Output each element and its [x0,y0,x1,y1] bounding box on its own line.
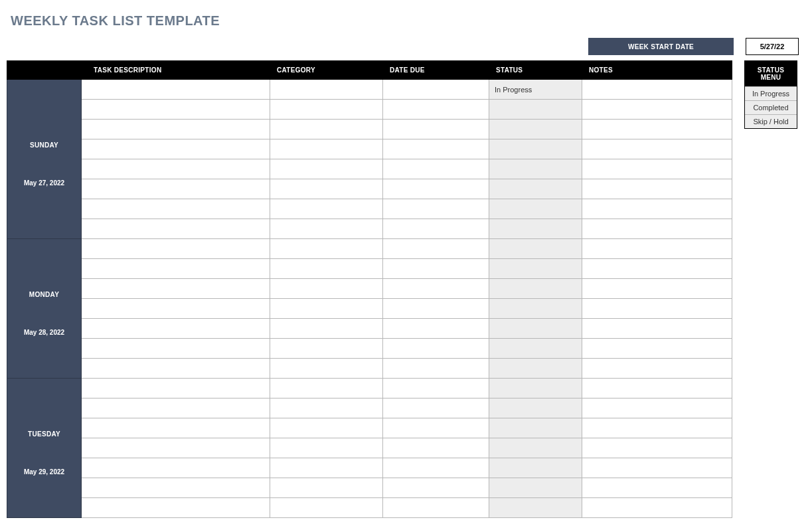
category-cell[interactable] [270,100,383,120]
date-due-cell[interactable] [383,498,489,518]
date-due-cell[interactable] [383,120,489,139]
category-cell[interactable] [270,159,383,179]
status-cell[interactable] [489,159,582,179]
task-cell[interactable] [82,398,270,418]
date-due-cell[interactable] [383,139,489,159]
status-cell[interactable] [489,418,582,438]
date-due-cell[interactable] [383,319,489,339]
notes-cell[interactable] [582,398,732,418]
notes-cell[interactable] [582,80,732,100]
status-cell[interactable] [489,458,582,478]
date-due-cell[interactable] [383,339,489,359]
category-cell[interactable] [270,299,383,319]
notes-cell[interactable] [582,359,732,379]
category-cell[interactable] [270,418,383,438]
status-cell[interactable] [489,478,582,498]
task-cell[interactable] [82,199,270,219]
task-cell[interactable] [82,379,270,398]
status-menu-item[interactable]: In Progress [745,86,797,100]
task-cell[interactable] [82,279,270,299]
task-cell[interactable] [82,319,270,339]
notes-cell[interactable] [582,120,732,139]
notes-cell[interactable] [582,299,732,319]
status-cell[interactable] [489,219,582,239]
category-cell[interactable] [270,219,383,239]
task-cell[interactable] [82,100,270,120]
date-due-cell[interactable] [383,478,489,498]
notes-cell[interactable] [582,319,732,339]
date-due-cell[interactable] [383,159,489,179]
status-cell[interactable] [489,279,582,299]
task-cell[interactable] [82,80,270,100]
notes-cell[interactable] [582,159,732,179]
category-cell[interactable] [270,478,383,498]
notes-cell[interactable] [582,279,732,299]
date-due-cell[interactable] [383,219,489,239]
date-due-cell[interactable] [383,379,489,398]
status-cell[interactable] [489,239,582,259]
category-cell[interactable] [270,179,383,199]
notes-cell[interactable] [582,100,732,120]
notes-cell[interactable] [582,379,732,398]
category-cell[interactable] [270,379,383,398]
category-cell[interactable] [270,239,383,259]
task-cell[interactable] [82,438,270,458]
status-cell[interactable] [489,100,582,120]
category-cell[interactable] [270,319,383,339]
category-cell[interactable] [270,139,383,159]
notes-cell[interactable] [582,219,732,239]
status-cell[interactable] [489,498,582,518]
date-due-cell[interactable] [383,259,489,279]
date-due-cell[interactable] [383,398,489,418]
notes-cell[interactable] [582,498,732,518]
category-cell[interactable] [270,279,383,299]
week-start-date-value[interactable]: 5/27/22 [746,38,799,55]
category-cell[interactable] [270,259,383,279]
date-due-cell[interactable] [383,239,489,259]
status-cell[interactable] [489,179,582,199]
date-due-cell[interactable] [383,438,489,458]
category-cell[interactable] [270,359,383,379]
status-menu-item[interactable]: Skip / Hold [745,114,797,128]
task-cell[interactable] [82,219,270,239]
date-due-cell[interactable] [383,418,489,438]
notes-cell[interactable] [582,478,732,498]
status-cell[interactable] [489,339,582,359]
task-cell[interactable] [82,179,270,199]
notes-cell[interactable] [582,438,732,458]
status-cell[interactable] [489,319,582,339]
task-cell[interactable] [82,120,270,139]
date-due-cell[interactable] [383,359,489,379]
notes-cell[interactable] [582,418,732,438]
date-due-cell[interactable] [383,279,489,299]
task-cell[interactable] [82,458,270,478]
status-menu-item[interactable]: Completed [745,100,797,114]
status-cell[interactable] [489,359,582,379]
notes-cell[interactable] [582,179,732,199]
category-cell[interactable] [270,199,383,219]
task-cell[interactable] [82,359,270,379]
category-cell[interactable] [270,398,383,418]
notes-cell[interactable] [582,339,732,359]
status-cell[interactable] [489,398,582,418]
status-cell[interactable] [489,120,582,139]
status-cell[interactable] [489,259,582,279]
date-due-cell[interactable] [383,100,489,120]
status-cell[interactable] [489,139,582,159]
status-cell[interactable]: In Progress [489,80,582,100]
task-cell[interactable] [82,299,270,319]
task-cell[interactable] [82,139,270,159]
task-cell[interactable] [82,478,270,498]
category-cell[interactable] [270,438,383,458]
status-cell[interactable] [489,438,582,458]
date-due-cell[interactable] [383,80,489,100]
task-cell[interactable] [82,259,270,279]
category-cell[interactable] [270,458,383,478]
category-cell[interactable] [270,80,383,100]
task-cell[interactable] [82,498,270,518]
task-cell[interactable] [82,418,270,438]
status-cell[interactable] [489,199,582,219]
task-cell[interactable] [82,159,270,179]
category-cell[interactable] [270,498,383,518]
date-due-cell[interactable] [383,458,489,478]
